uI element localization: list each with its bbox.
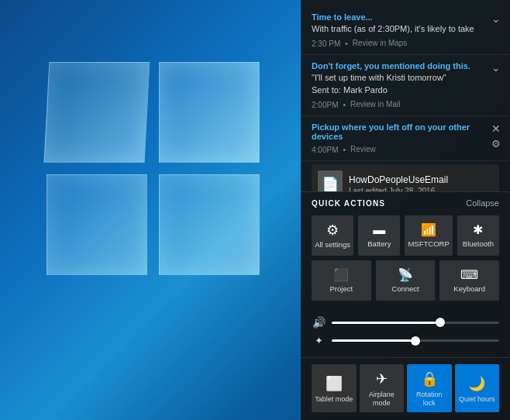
qa-label: Connect <box>391 284 419 293</box>
qa-msftcorp[interactable]: 📶 MSFTCORP <box>405 215 452 256</box>
settings-icon: ⚙ <box>326 223 339 237</box>
qa-project[interactable]: ⬛ Project <box>312 260 371 301</box>
qa-label: All settings <box>315 240 350 249</box>
notif-title: Time to leave... <box>312 12 499 22</box>
qa-battery[interactable]: ▬ Battery <box>358 215 400 256</box>
bb-label: Rotation lock <box>410 391 449 408</box>
tablet-mode-button[interactable]: ⬜ Tablet mode <box>312 364 357 412</box>
qa-label: MSFTCORP <box>408 239 449 248</box>
gear-icon[interactable]: ⚙ <box>491 138 501 150</box>
battery-icon: ▬ <box>373 224 385 236</box>
notification-area: Time to leave... With traffic (as of 2:3… <box>301 0 510 191</box>
notif-separator: • <box>343 101 346 109</box>
bb-label: Quiet hours <box>459 395 495 404</box>
quick-actions-section: QUICK ACTIONS Collapse ⚙ All settings ▬ … <box>301 191 510 312</box>
notif-time: 2:00PM <box>312 101 338 109</box>
project-icon: ⬛ <box>333 269 349 281</box>
brightness-icon: ✦ <box>312 335 326 346</box>
notif-body: With traffic (as of 2:30PM), it's likely… <box>312 23 499 35</box>
notif-review-link[interactable]: Review <box>350 145 376 153</box>
notification-item[interactable]: Pickup where you left off on your other … <box>301 116 510 161</box>
notif-time: 4:00PM <box>312 146 338 154</box>
bottom-actions: ⬜ Tablet mode ✈ Airplane mode 🔒 Rotation… <box>301 357 510 420</box>
quick-actions-title: QUICK ACTIONS <box>312 199 385 208</box>
notif-sent-to: Sent to: Mark Pardo <box>312 84 499 96</box>
notif-meta: 4:00PM • Review <box>312 143 499 154</box>
qa-all-settings[interactable]: ⚙ All settings <box>312 215 353 256</box>
rotation-lock-button[interactable]: 🔒 Rotation lock <box>407 364 452 412</box>
notif-body: "I'll set up time with Kristi tomorrow" <box>312 72 499 84</box>
chevron-down-icon: ⌄ <box>491 12 501 25</box>
wifi-icon: 📶 <box>421 224 436 236</box>
notification-item[interactable]: Don't forget, you mentioned doing this. … <box>301 55 510 116</box>
notif-title: Don't forget, you mentioned doing this. <box>312 61 499 71</box>
airplane-mode-button[interactable]: ✈ Airplane mode <box>360 364 405 412</box>
brightness-thumb[interactable] <box>411 336 420 346</box>
bluetooth-icon: ✱ <box>473 224 483 236</box>
notification-item[interactable]: Time to leave... With traffic (as of 2:3… <box>301 6 510 55</box>
quiet-hours-button[interactable]: 🌙 Quiet hours <box>455 364 500 412</box>
volume-slider[interactable] <box>332 322 499 324</box>
volume-slider-row: 🔊 <box>312 316 499 329</box>
qa-label: Keyboard <box>453 284 485 293</box>
qa-label: Bluetooth <box>463 239 494 248</box>
file-date: Last edited July 28, 2016 <box>349 187 493 192</box>
notif-time: 2:30 PM <box>312 40 340 48</box>
sliders-area: 🔊 ✦ <box>301 312 510 357</box>
brightness-slider[interactable] <box>332 339 499 342</box>
volume-thumb[interactable] <box>436 318 445 327</box>
volume-icon: 🔊 <box>312 316 326 329</box>
quick-actions-row1: ⚙ All settings ▬ Battery 📶 MSFTCORP ✱ Bl… <box>312 215 499 256</box>
volume-fill <box>332 322 440 324</box>
connect-icon: 📡 <box>398 269 413 281</box>
brightness-fill <box>332 339 415 342</box>
qa-label: Battery <box>367 239 391 248</box>
bb-label: Tablet mode <box>315 395 353 404</box>
notif-review-link[interactable]: Review in Maps <box>353 39 408 47</box>
notif-review-link[interactable]: Review in Mail <box>350 100 400 108</box>
chevron-down-icon: ⌄ <box>491 61 501 74</box>
file-name: HowDoPeopleUseEmail <box>349 174 493 185</box>
qa-label: Project <box>330 284 353 293</box>
notif-meta: 2:00PM • Review in Mail <box>312 98 499 109</box>
tablet-icon: ⬜ <box>326 375 343 392</box>
windows-logo <box>47 62 264 279</box>
notif-separator: • <box>345 40 348 48</box>
notif-separator: • <box>343 146 346 154</box>
bb-label: Airplane mode <box>363 391 401 408</box>
collapse-button[interactable]: Collapse <box>466 198 499 208</box>
quick-actions-row2: ⬛ Project 📡 Connect ⌨ Keyboard <box>312 260 499 301</box>
file-icon: 📄 <box>318 170 343 191</box>
timeline-card[interactable]: 📄 HowDoPeopleUseEmail Last edited July 2… <box>312 164 499 191</box>
keyboard-icon: ⌨ <box>460 269 478 281</box>
close-icon[interactable]: ✕ <box>491 122 501 135</box>
qa-connect[interactable]: 📡 Connect <box>376 260 436 301</box>
airplane-icon: ✈ <box>376 370 388 387</box>
qa-bluetooth[interactable]: ✱ Bluetooth <box>457 215 499 256</box>
quick-actions-header: QUICK ACTIONS Collapse <box>312 198 499 208</box>
qa-keyboard[interactable]: ⌨ Keyboard <box>439 260 499 301</box>
quiet-hours-icon: 🌙 <box>468 375 485 392</box>
rotation-lock-icon: 🔒 <box>421 370 438 387</box>
brightness-slider-row: ✦ <box>312 335 499 346</box>
notif-title: Pickup where you left off on your other … <box>312 122 499 141</box>
notif-meta: 2:30 PM • Review in Maps <box>312 37 499 48</box>
file-info: HowDoPeopleUseEmail Last edited July 28,… <box>349 174 493 192</box>
action-center: Time to leave... With traffic (as of 2:3… <box>301 0 510 420</box>
